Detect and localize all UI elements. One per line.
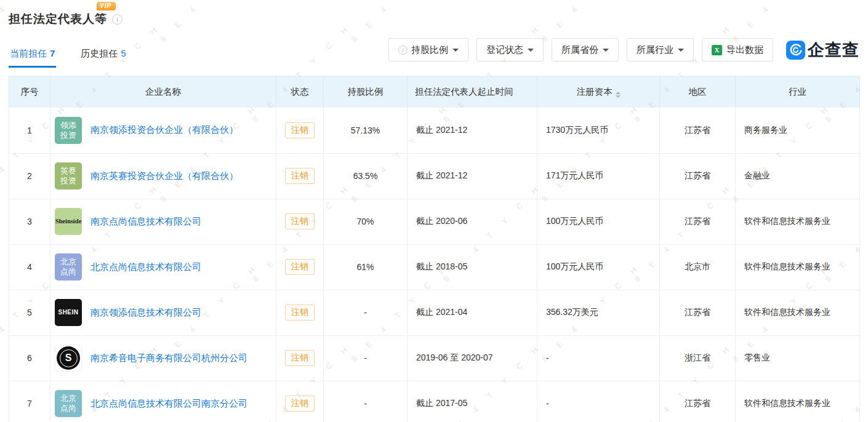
table-row: 3Sheinside南京点尚信息技术有限公司注销70%截止 2020-06100… [9,199,860,244]
title-info-icon[interactable]: i [112,14,123,25]
column-header-label: 状态 [291,87,309,97]
table-row: 6S南京希音电子商务有限公司杭州分公司注销-2019-06 至 2020-07-… [9,335,860,381]
tab-current-count: 7 [50,48,55,58]
industry-cell: 商务服务业 [736,108,860,153]
column-header: 序号 [9,76,50,108]
filter-reg-status[interactable]: 登记状态 [476,38,544,62]
company-name-link[interactable]: 南京领添信息技术有限公司 [90,307,201,319]
status-cell: 注销 [276,381,324,422]
excel-icon: X [712,45,722,55]
share-ratio-cell: - [324,335,408,381]
legal-rep-table: 序号企业名称状态持股比例担任法定代表人起止时间注册资本地区行业 1领添投资南京领… [9,76,860,422]
column-header-label: 地区 [689,87,707,97]
company-name-link[interactable]: 南京希音电子商务有限公司杭州分公司 [90,352,247,364]
status-badge: 注销 [285,305,315,320]
row-index: 2 [9,153,50,199]
capital-cell: 100万元人民币 [537,199,660,244]
column-header-label: 持股比例 [348,87,384,97]
column-header: 地区 [660,76,736,108]
sort-icon[interactable] [616,92,621,98]
share-ratio-cell: - [324,381,408,422]
filter-province-label: 所属省份 [561,44,598,56]
filter-info-icon: i [398,46,408,55]
period-cell: 截止 2021-12 [408,108,537,153]
company-wrap: 北京点尚北京点尚信息技术有限公司南京分公司 [50,390,276,417]
status-badge: 注销 [285,122,315,138]
status-cell: 注销 [276,153,324,199]
filter-province[interactable]: 所属省份 [552,38,619,62]
tab-history[interactable]: 历史担任5 [79,48,127,68]
company-logo: Sheinside [55,208,82,235]
company-cell: SHEIN南京领添信息技术有限公司 [50,290,276,335]
toolbar: 当前担任7 历史担任5 i 持股比例 登记状态 所属省份 所属行业 [9,32,859,68]
share-ratio-cell: 63.5% [324,153,408,199]
page-title: 担任法定代表人等 [9,12,107,25]
chevron-down-icon [452,49,459,52]
chevron-down-icon [678,49,684,52]
period-cell: 截止 2021-12 [408,153,537,199]
tab-current-label: 当前担任 [10,48,47,58]
table-row: 2英赛投资南京英赛投资合伙企业（有限合伙）注销63.5%截止 2021-1217… [9,153,860,199]
share-ratio-cell: 57.13% [324,108,408,153]
filter-share-ratio[interactable]: i 持股比例 [388,38,468,62]
column-header-label: 序号 [21,87,39,97]
period-cell: 截止 2018-05 [408,244,537,290]
table-header: 序号企业名称状态持股比例担任法定代表人起止时间注册资本地区行业 [9,76,860,108]
filter-reg-status-label: 登记状态 [486,44,523,56]
status-cell: 注销 [276,108,324,153]
industry-cell: 软件和信息技术服务业 [736,199,860,244]
company-name-link[interactable]: 北京点尚信息技术有限公司南京分公司 [90,398,247,410]
company-wrap: Sheinside南京点尚信息技术有限公司 [50,208,276,235]
industry-cell: 金融业 [736,153,860,199]
table-row: 1领添投资南京领添投资合伙企业（有限合伙）注销57.13%截止 2021-121… [9,108,860,153]
company-wrap: 英赛投资南京英赛投资合伙企业（有限合伙） [50,162,276,189]
status-badge: 注销 [285,350,315,366]
column-header: 行业 [736,76,860,108]
company-wrap: 北京点尚北京点尚信息技术有限公司 [50,253,276,281]
qichacha-brand-name: 企查查 [808,39,859,61]
row-index: 7 [9,381,50,422]
period-cell: 截止 2017-05 [408,381,537,422]
vip-badge: VIP [97,2,116,10]
share-ratio-cell: 61% [324,244,408,290]
company-wrap: S南京希音电子商务有限公司杭州分公司 [50,344,276,372]
export-data-button[interactable]: X 导出数据 [702,38,773,62]
tab-current[interactable]: 当前担任7 [9,48,56,68]
capital-cell: 100万元人民币 [537,244,660,290]
column-header-label: 担任法定代表人起止时间 [415,87,513,97]
column-header: 持股比例 [324,76,408,108]
company-cell: 北京点尚北京点尚信息技术有限公司 [50,244,276,290]
column-header[interactable]: 注册资本 [537,76,660,108]
capital-cell: 1730万元人民币 [537,108,660,153]
table-row: 4北京点尚北京点尚信息技术有限公司注销61%截止 2018-05100万元人民币… [9,244,860,290]
tab-history-label: 历史担任 [81,48,118,58]
company-name-link[interactable]: 北京点尚信息技术有限公司 [90,261,201,273]
filter-industry[interactable]: 所属行业 [627,38,694,62]
company-name-link[interactable]: 南京点尚信息技术有限公司 [90,216,201,228]
status-cell: 注销 [276,199,324,244]
title-wrap: 担任法定代表人等 VIP [9,11,107,27]
row-index: 6 [9,335,50,381]
column-header: 状态 [276,76,324,108]
tabs: 当前担任7 历史担任5 [9,48,127,68]
company-wrap: SHEIN南京领添信息技术有限公司 [50,299,276,326]
filter-industry-label: 所属行业 [637,44,673,56]
status-cell: 注销 [276,290,324,335]
company-name-link[interactable]: 南京领添投资合伙企业（有限合伙） [90,124,238,136]
period-cell: 2019-06 至 2020-07 [408,335,537,381]
capital-cell: 356.32万美元 [537,290,660,335]
company-logo: 领添投资 [55,117,82,144]
logo-letter: S [60,349,78,367]
table-row: 5SHEIN南京领添信息技术有限公司注销-截止 2021-04356.32万美元… [9,290,860,335]
title-row: 担任法定代表人等 VIP i [9,10,859,28]
row-index: 3 [9,199,50,244]
row-index: 4 [9,244,50,290]
region-cell: 江苏省 [660,290,736,335]
industry-cell: 软件和信息技术服务业 [736,381,860,422]
row-index: 1 [9,108,50,153]
region-cell: 江苏省 [660,153,736,199]
status-badge: 注销 [285,168,315,184]
company-wrap: 领添投资南京领添投资合伙企业（有限合伙） [50,117,276,144]
region-cell: 浙江省 [660,335,736,381]
company-name-link[interactable]: 南京英赛投资合伙企业（有限合伙） [90,170,238,182]
